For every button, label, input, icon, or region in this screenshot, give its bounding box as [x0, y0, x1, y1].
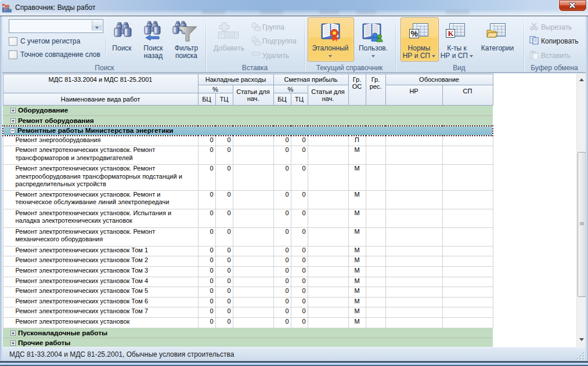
svg-text:%: %: [411, 29, 419, 38]
svg-text:K: K: [448, 29, 454, 38]
